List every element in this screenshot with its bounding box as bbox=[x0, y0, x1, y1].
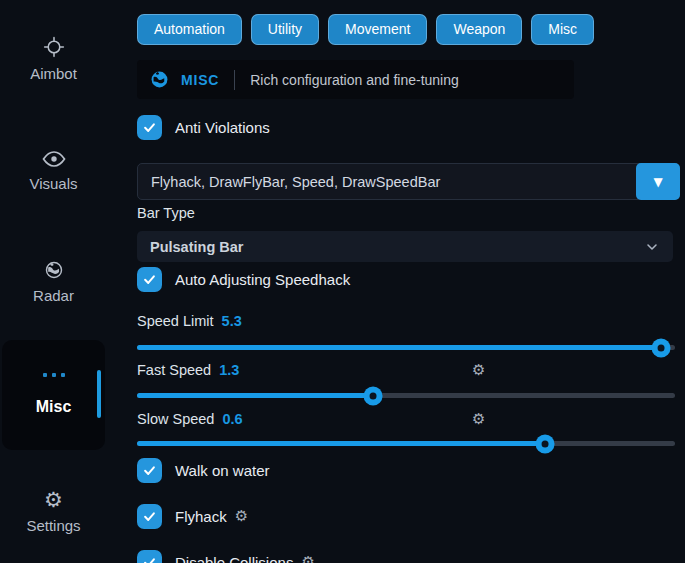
slider-handle[interactable] bbox=[535, 434, 554, 453]
fast-speed-gear-button[interactable]: ⚙ bbox=[472, 361, 485, 379]
slider-fill bbox=[137, 441, 546, 446]
disable-collisions-row[interactable]: Disable Collisions ⚙ bbox=[137, 549, 315, 563]
tab-automation[interactable]: Automation bbox=[137, 14, 242, 45]
gear-icon: ⚙ bbox=[44, 490, 63, 510]
slider-fill bbox=[137, 393, 374, 398]
auto-adjusting-speedhack-row[interactable]: Auto Adjusting Speedhack bbox=[137, 266, 350, 292]
walk-on-water-row[interactable]: Walk on water bbox=[137, 457, 269, 483]
slow-speed-gear-button[interactable]: ⚙ bbox=[472, 410, 485, 428]
sidebar-item-aimbot[interactable]: Aimbot bbox=[0, 36, 107, 82]
sidebar-item-label: Aimbot bbox=[30, 65, 77, 82]
tab-bar: Automation Utility Movement Weapon Misc bbox=[137, 14, 594, 45]
checkbox-label: Auto Adjusting Speedhack bbox=[175, 271, 350, 288]
dropdown-arrow-icon: ▼ bbox=[653, 175, 662, 189]
slow-speed-label-row: Slow Speed 0.6 bbox=[137, 411, 243, 427]
anti-violations-row[interactable]: Anti Violations bbox=[137, 114, 270, 140]
tab-utility[interactable]: Utility bbox=[251, 14, 319, 45]
tab-weapon[interactable]: Weapon bbox=[436, 14, 522, 45]
sidebar-item-misc[interactable]: Misc bbox=[2, 340, 105, 450]
slider-label: Fast Speed bbox=[137, 362, 211, 378]
tab-movement[interactable]: Movement bbox=[328, 14, 427, 45]
checkbox-label: Walk on water bbox=[175, 462, 269, 479]
slider-fill bbox=[137, 345, 662, 350]
anti-violations-checkbox[interactable] bbox=[137, 115, 162, 140]
slider-value: 1.3 bbox=[219, 362, 239, 378]
chevron-down-icon bbox=[644, 239, 660, 255]
checkbox-label: Disable Collisions bbox=[175, 554, 293, 563]
dots-icon bbox=[2, 373, 105, 377]
disable-collisions-checkbox[interactable] bbox=[137, 550, 162, 563]
sidebar-item-label: Visuals bbox=[29, 175, 77, 192]
sidebar-item-label: Radar bbox=[33, 287, 74, 304]
checkbox-label: Anti Violations bbox=[175, 119, 270, 136]
check-icon bbox=[142, 509, 157, 524]
multiselect-value: Flyhack, DrawFlyBar, Speed, DrawSpeedBar bbox=[151, 174, 440, 190]
flyhack-checkbox[interactable] bbox=[137, 504, 162, 529]
header-divider bbox=[234, 70, 235, 90]
slider-label: Speed Limit bbox=[137, 313, 214, 329]
walk-on-water-checkbox[interactable] bbox=[137, 458, 162, 483]
globe-icon bbox=[150, 70, 169, 89]
slider-label: Slow Speed bbox=[137, 411, 214, 427]
auto-adjusting-speedhack-checkbox[interactable] bbox=[137, 267, 162, 292]
section-header: MISC Rich configuration and fine-tuning bbox=[137, 60, 574, 99]
sidebar-item-label: Misc bbox=[2, 398, 105, 416]
disable-collisions-gear-button[interactable]: ⚙ bbox=[301, 553, 314, 563]
fast-speed-slider[interactable] bbox=[137, 393, 675, 398]
check-icon bbox=[142, 463, 157, 478]
slider-handle[interactable] bbox=[651, 338, 670, 357]
slider-value: 0.6 bbox=[222, 411, 242, 427]
sidebar-item-label: Settings bbox=[26, 517, 80, 534]
bar-type-label: Bar Type bbox=[137, 205, 195, 221]
check-icon bbox=[142, 555, 157, 563]
bar-type-select[interactable]: Pulsating Bar bbox=[137, 231, 673, 262]
checkbox-label: Flyhack bbox=[175, 508, 227, 525]
globe-icon bbox=[44, 260, 64, 280]
sidebar-item-settings[interactable]: ⚙ Settings bbox=[0, 490, 107, 534]
speed-limit-label-row: Speed Limit 5.3 bbox=[137, 313, 242, 329]
crosshair-icon bbox=[43, 36, 65, 58]
app-window: { "app": {"background": "#0a0e15", "tab_… bbox=[0, 0, 685, 563]
slow-speed-slider[interactable] bbox=[137, 441, 675, 446]
fast-speed-label-row: Fast Speed 1.3 bbox=[137, 362, 239, 378]
check-icon bbox=[142, 272, 157, 287]
bar-multiselect[interactable]: Flyhack, DrawFlyBar, Speed, DrawSpeedBar… bbox=[137, 163, 680, 200]
sidebar-item-visuals[interactable]: Visuals bbox=[0, 150, 107, 192]
section-title: MISC bbox=[181, 72, 219, 88]
flyhack-gear-button[interactable]: ⚙ bbox=[235, 507, 248, 525]
select-value: Pulsating Bar bbox=[150, 239, 644, 255]
check-icon bbox=[142, 120, 157, 135]
eye-icon bbox=[42, 150, 66, 168]
multiselect-dropdown-button[interactable]: ▼ bbox=[636, 163, 680, 200]
sidebar: Aimbot Visuals Radar Misc ⚙ Settings bbox=[0, 0, 118, 563]
flyhack-row[interactable]: Flyhack ⚙ bbox=[137, 503, 248, 529]
tab-misc[interactable]: Misc bbox=[531, 14, 594, 45]
speed-limit-slider[interactable] bbox=[137, 345, 675, 350]
active-indicator-bar bbox=[97, 370, 101, 418]
slider-value: 5.3 bbox=[222, 313, 242, 329]
sidebar-item-radar[interactable]: Radar bbox=[0, 260, 107, 304]
section-subtitle: Rich configuration and fine-tuning bbox=[250, 72, 459, 88]
slider-handle[interactable] bbox=[363, 386, 382, 405]
